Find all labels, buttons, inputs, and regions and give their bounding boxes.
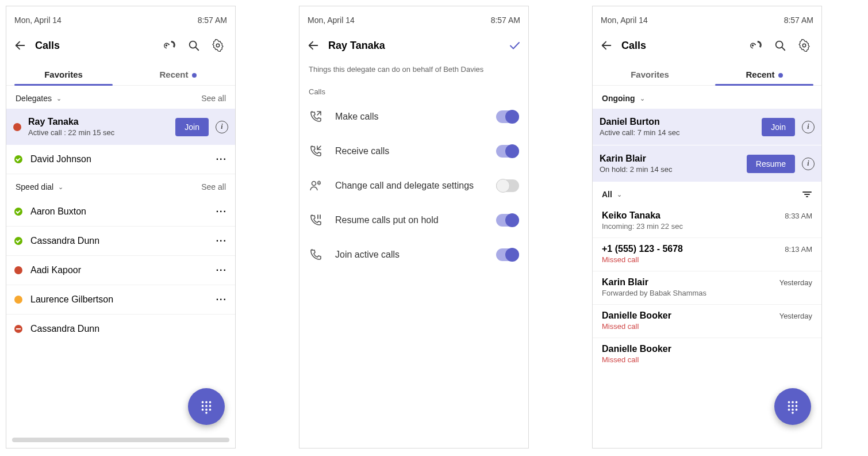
svg-point-20 xyxy=(792,405,794,407)
recent-row[interactable]: +1 (555) 123 - 5678 Missed call 8:13 AM xyxy=(593,238,821,271)
permissions-subtitle: Things this delegate can do on behalf of… xyxy=(299,62,528,84)
recent-sub: Forwarded by Babak Shammas xyxy=(602,289,706,297)
active-call-card[interactable]: Ray Tanaka Active call : 22 min 15 sec J… xyxy=(6,109,235,145)
ongoing-call-card[interactable]: Daniel Burton Active call: 7 min 14 sec … xyxy=(593,109,821,145)
svg-point-23 xyxy=(792,409,794,411)
recent-row[interactable]: Danielle Booker Missed call Yesterday xyxy=(593,305,821,338)
contact-name: Cassandra Dunn xyxy=(30,236,208,246)
section-toggle[interactable]: Ongoing ⌄ xyxy=(602,94,645,103)
svg-point-4 xyxy=(209,401,212,404)
ongoing-call-card[interactable]: Karin Blair On hold: 2 min 14 sec Resume… xyxy=(593,145,821,182)
voicemail-button[interactable] xyxy=(744,34,767,57)
permission-row: Make calls xyxy=(299,99,528,134)
more-button[interactable]: ··· xyxy=(216,154,227,164)
more-button[interactable]: ··· xyxy=(216,265,227,275)
tabs: Favorites Recent xyxy=(6,62,235,86)
toggle-receive-calls[interactable] xyxy=(496,145,519,158)
more-button[interactable]: ··· xyxy=(216,294,227,305)
recent-row[interactable]: Karin Blair Forwarded by Babak Shammas Y… xyxy=(593,271,821,305)
status-time: 8:57 AM xyxy=(491,16,520,25)
join-button[interactable]: Join xyxy=(175,118,209,136)
info-button[interactable]: i xyxy=(216,121,228,133)
info-button[interactable]: i xyxy=(802,158,815,170)
tab-recent[interactable]: Recent xyxy=(121,62,235,85)
recent-name: Danielle Booker xyxy=(602,344,671,354)
toggle-join-active[interactable] xyxy=(496,248,519,261)
svg-point-16 xyxy=(788,401,790,404)
toggle-change-settings[interactable] xyxy=(496,179,519,192)
search-button[interactable] xyxy=(769,34,792,57)
svg-point-7 xyxy=(209,405,212,407)
gear-icon xyxy=(798,39,811,52)
confirm-button[interactable] xyxy=(503,34,526,57)
contact-row[interactable]: David Johnson ··· xyxy=(6,145,235,174)
svg-point-11 xyxy=(205,412,208,414)
recent-time: Yesterday xyxy=(779,311,812,320)
svg-point-12 xyxy=(312,182,316,186)
recent-row[interactable]: Keiko Tanaka Incoming: 23 min 22 sec 8:3… xyxy=(593,205,821,238)
section-label: Speed dial xyxy=(16,182,53,191)
recent-sub: Missed call xyxy=(602,255,683,264)
settings-button[interactable] xyxy=(206,34,229,57)
recent-name: +1 (555) 123 - 5678 xyxy=(602,244,683,254)
check-icon xyxy=(508,39,521,52)
recent-sub: Missed call xyxy=(602,355,671,364)
status-date: Mon, April 14 xyxy=(14,16,62,25)
more-button[interactable]: ··· xyxy=(216,206,227,217)
scrollbar[interactable] xyxy=(12,438,229,442)
section-toggle[interactable]: All ⌄ xyxy=(602,190,622,199)
section-label: All xyxy=(602,190,612,199)
recent-row[interactable]: Danielle Booker Missed call xyxy=(593,338,821,371)
filter-button[interactable] xyxy=(802,191,812,197)
contact-row[interactable]: Aadi Kapoor ··· xyxy=(6,256,235,285)
arrow-left-icon xyxy=(307,39,320,52)
presence-available-icon xyxy=(14,208,22,216)
section-toggle[interactable]: Speed dial ⌄ xyxy=(16,182,63,191)
info-button[interactable]: i xyxy=(802,121,815,133)
tab-recent[interactable]: Recent xyxy=(707,62,821,85)
toggle-resume-calls[interactable] xyxy=(496,214,519,227)
contact-row[interactable]: Cassandra Dunn ··· xyxy=(6,227,235,256)
svg-point-19 xyxy=(788,405,790,407)
contact-name: Cassandra Dunn xyxy=(30,324,227,334)
contact-name: Aadi Kapoor xyxy=(30,265,208,275)
svg-point-6 xyxy=(205,405,208,407)
dialpad-icon xyxy=(199,399,214,414)
contact-row[interactable]: Aaron Buxton ··· xyxy=(6,197,235,227)
resume-button[interactable]: Resume xyxy=(747,155,795,173)
permission-label: Join active calls xyxy=(335,250,483,260)
contact-row[interactable]: Laurence Gilbertson ··· xyxy=(6,285,235,315)
dialpad-fab[interactable] xyxy=(774,388,811,425)
join-button[interactable]: Join xyxy=(762,118,795,136)
presence-dnd-icon xyxy=(14,325,22,333)
back-button[interactable] xyxy=(9,34,32,57)
svg-point-25 xyxy=(792,412,794,414)
dialpad-icon xyxy=(785,399,800,414)
status-bar: Mon, April 14 8:57 AM xyxy=(299,6,528,29)
chevron-down-icon: ⌄ xyxy=(640,95,645,102)
tab-favorites[interactable]: Favorites xyxy=(6,62,121,85)
section-toggle[interactable]: Delegates ⌄ xyxy=(16,94,62,103)
svg-point-9 xyxy=(205,409,208,411)
see-all-link[interactable]: See all xyxy=(201,94,226,103)
search-button[interactable] xyxy=(182,34,205,57)
settings-button[interactable] xyxy=(793,34,816,57)
voicemail-button[interactable] xyxy=(158,34,181,57)
back-button[interactable] xyxy=(302,34,325,57)
presence-available-icon xyxy=(14,155,22,163)
phone-icon xyxy=(309,248,322,262)
status-date: Mon, April 14 xyxy=(601,16,648,25)
contact-row[interactable]: Cassandra Dunn xyxy=(6,315,235,343)
page-title: Calls xyxy=(35,40,155,52)
dialpad-fab[interactable] xyxy=(188,388,225,425)
svg-point-15 xyxy=(802,44,806,47)
back-button[interactable] xyxy=(595,34,618,57)
arrow-left-icon xyxy=(14,39,26,52)
see-all-link[interactable]: See all xyxy=(201,182,226,191)
recent-name: Karin Blair xyxy=(602,277,706,288)
phone-out-icon xyxy=(309,110,322,124)
tab-favorites[interactable]: Favorites xyxy=(593,62,707,85)
phone-in-icon xyxy=(309,144,322,158)
toggle-make-calls[interactable] xyxy=(496,110,519,123)
more-button[interactable]: ··· xyxy=(216,236,227,246)
